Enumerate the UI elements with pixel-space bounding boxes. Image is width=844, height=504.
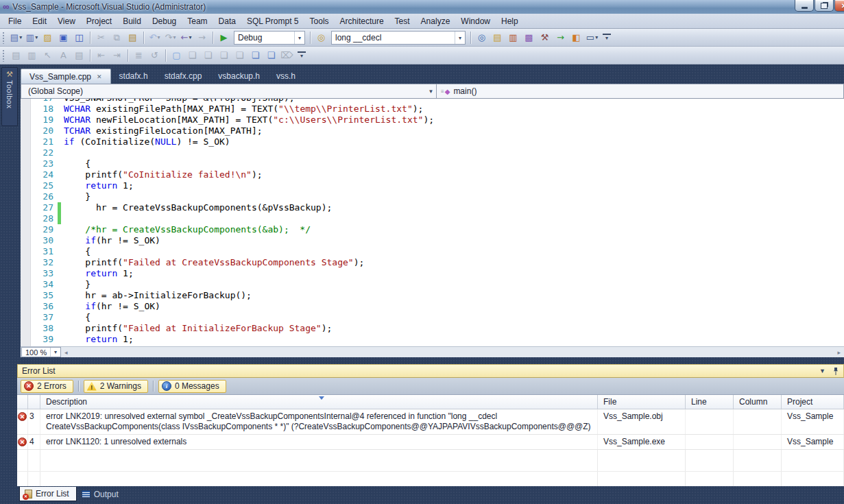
code-line[interactable]: 18WCHAR existingFilePath[MAX_PATH] = TEX…: [21, 104, 844, 115]
toolbar-options-chevron[interactable]: ▾: [298, 51, 306, 60]
column-header-column[interactable]: Column: [734, 395, 782, 409]
menu-view[interactable]: View: [52, 14, 81, 28]
minimize-button[interactable]: [795, 0, 814, 12]
restore-button[interactable]: [815, 0, 834, 12]
error-row[interactable]: ✕3error LNK2019: unresolved external sym…: [17, 409, 844, 435]
tab-vss-h[interactable]: vss.h: [268, 69, 304, 84]
add-new-item-icon[interactable]: ▥▾: [24, 30, 40, 45]
tab-vsbackup-h[interactable]: vsbackup.h: [210, 69, 268, 84]
code-line[interactable]: 21if (CoInitialize(NULL) != S_OK): [21, 136, 844, 147]
scope-dropdown[interactable]: (Global Scope) ▼: [21, 84, 437, 98]
team-explorer-icon[interactable]: ▩: [521, 30, 537, 45]
code-line[interactable]: 32 printf("Failed at CreateVssBackupComp…: [21, 257, 844, 268]
pin-icon[interactable]: [832, 367, 839, 376]
close-button[interactable]: ✕: [834, 0, 844, 12]
column-header-description[interactable]: Description: [40, 395, 598, 409]
new-project-icon[interactable]: ▤▾: [8, 30, 24, 45]
next-bookmark-in-document-icon[interactable]: ❏: [263, 48, 279, 62]
tab-stdafx-cpp[interactable]: stdafx.cpp: [156, 69, 210, 84]
menu-tools[interactable]: Tools: [304, 14, 335, 28]
tab-vss-sample-cpp[interactable]: Vss_Sample.cpp✕: [21, 69, 111, 84]
properties-window-icon[interactable]: ▤: [490, 30, 505, 45]
menu-edit[interactable]: Edit: [27, 14, 52, 28]
member-dropdown[interactable]: ≡ ◆ main(): [437, 84, 843, 98]
save-icon[interactable]: ▣: [56, 30, 71, 45]
column-header-project[interactable]: Project: [782, 395, 844, 409]
menu-team[interactable]: Team: [182, 14, 213, 28]
chevron-down-icon[interactable]: ▾: [455, 32, 465, 44]
solution-configurations-combo[interactable]: Debug▾: [234, 31, 305, 45]
menu-debug[interactable]: Debug: [147, 14, 182, 28]
solution-explorer-icon[interactable]: ▥: [505, 30, 521, 45]
start-page-icon[interactable]: →: [553, 30, 568, 45]
error-list-title-bar[interactable]: Error List ▼: [17, 364, 844, 378]
chevron-down-icon[interactable]: ▾: [595, 34, 598, 40]
menu-sql-prompt-5[interactable]: SQL Prompt 5: [241, 14, 304, 28]
tool-tab-output[interactable]: Output: [77, 487, 125, 501]
tab-stdafx-h[interactable]: stdafx.h: [111, 69, 156, 84]
menu-window[interactable]: Window: [455, 14, 496, 28]
code-line[interactable]: 29 /*hr = CreateVssBackupComponents(&ab)…: [21, 224, 844, 235]
open-file-icon[interactable]: ▨: [40, 30, 56, 45]
window-menu-chevron-icon[interactable]: ▼: [819, 368, 825, 374]
code-line[interactable]: 35 hr = ab->InitializeForBackup();: [21, 290, 844, 301]
code-line[interactable]: 39 return 1;: [21, 334, 844, 345]
extension-manager-icon[interactable]: ◧: [568, 30, 584, 45]
toolbar-grip[interactable]: [2, 49, 5, 62]
chevron-down-icon[interactable]: ▾: [50, 348, 60, 357]
horizontal-scrollbar[interactable]: [71, 347, 834, 357]
code-line[interactable]: 19WCHAR newFileLocation[MAX_PATH] = TEXT…: [21, 115, 844, 125]
menu-data[interactable]: Data: [213, 14, 241, 28]
column-header-line[interactable]: Line: [686, 395, 734, 409]
toggle-bookmark-icon[interactable]: ▢: [169, 48, 184, 62]
column-header-file[interactable]: File: [598, 395, 686, 409]
code-line[interactable]: 38 printf("Failed at InitializeForBackup…: [21, 323, 844, 334]
find-symbol-icon[interactable]: ◎: [313, 30, 329, 45]
toolbar-options-chevron[interactable]: ▾: [603, 34, 611, 42]
filter-0-messages-button[interactable]: i0 Messages: [158, 380, 226, 393]
zoom-dropdown[interactable]: 100 % ▾: [21, 347, 61, 357]
code-line[interactable]: 27 hr = CreateVssBackupComponents(&pVssB…: [21, 202, 844, 213]
code-editor[interactable]: 17VSS_SNAPSHOT_PROP* Snap = &(Prop.Obj.S…: [21, 99, 844, 346]
close-tab-icon[interactable]: ✕: [97, 73, 102, 80]
chevron-down-icon[interactable]: ▾: [19, 34, 22, 40]
chevron-down-icon[interactable]: ▾: [189, 34, 191, 40]
code-line[interactable]: 26 }: [21, 191, 844, 202]
code-line[interactable]: 30 if(hr != S_OK): [21, 235, 844, 246]
save-all-icon[interactable]: ◫: [71, 30, 87, 45]
command-window-icon[interactable]: ▭▾: [584, 30, 600, 45]
toolbox-icon[interactable]: ⚒: [537, 30, 553, 45]
chevron-down-icon[interactable]: ▾: [35, 34, 38, 40]
code-line[interactable]: 23 {: [21, 158, 844, 169]
paste-icon[interactable]: ▤: [125, 30, 141, 45]
toolbox-tab[interactable]: ⚒ Toolbox: [1, 67, 18, 126]
code-line[interactable]: 28: [21, 213, 844, 224]
scroll-left-arrow[interactable]: ◂: [61, 349, 71, 356]
filter-2-warnings-button[interactable]: !2 Warnings: [84, 380, 148, 393]
start-debugging-icon[interactable]: ▶: [216, 30, 232, 45]
previous-bookmark-in-document-icon[interactable]: ❏: [248, 48, 263, 62]
code-line[interactable]: 25 return 1;: [21, 180, 844, 191]
find-combo[interactable]: long __cdecl▾: [331, 31, 466, 45]
error-row[interactable]: ✕4error LNK1120: 1 unresolved externalsV…: [17, 435, 844, 450]
menu-project[interactable]: Project: [81, 14, 117, 28]
code-line[interactable]: 36 if(hr != S_OK): [21, 301, 844, 312]
chevron-down-icon[interactable]: ▼: [426, 88, 436, 95]
navigate-backward-icon[interactable]: ←▾: [178, 30, 194, 45]
menu-test[interactable]: Test: [389, 14, 415, 28]
menu-file[interactable]: File: [3, 14, 27, 28]
code-line[interactable]: 17VSS_SNAPSHOT_PROP* Snap = &(Prop.Obj.S…: [21, 99, 844, 104]
code-line[interactable]: 33 return 1;: [21, 268, 844, 279]
menu-help[interactable]: Help: [496, 14, 524, 28]
chevron-down-icon[interactable]: ▾: [294, 32, 304, 44]
code-line[interactable]: 20TCHAR existingFileLocation[MAX_PATH];: [21, 125, 844, 136]
code-line[interactable]: 34 }: [21, 279, 844, 290]
code-line[interactable]: 37 {: [21, 312, 844, 323]
scroll-right-arrow[interactable]: ▸: [834, 349, 844, 356]
menu-analyze[interactable]: Analyze: [415, 14, 456, 28]
filter-2-errors-button[interactable]: ✕2 Errors: [21, 380, 73, 393]
find-in-files-icon[interactable]: ◎: [474, 30, 490, 45]
code-line[interactable]: 22: [21, 147, 844, 158]
tool-tab-error-list[interactable]: Error List: [19, 487, 77, 501]
toolbar-grip[interactable]: [2, 32, 5, 44]
